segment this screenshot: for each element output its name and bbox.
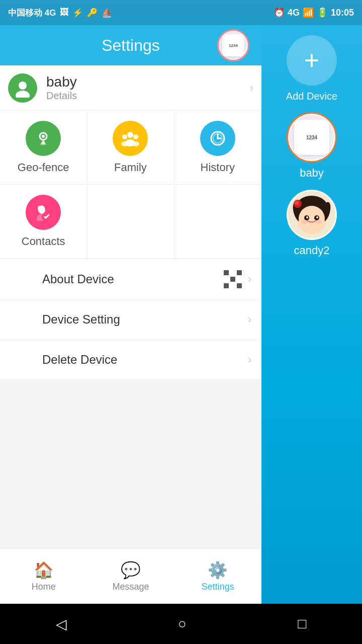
svg-point-28 xyxy=(316,220,322,224)
svg-point-5 xyxy=(127,132,133,138)
svg-point-1 xyxy=(16,91,30,98)
baby-device-avatar: 1234 xyxy=(287,112,337,163)
signal-bars: 📶 xyxy=(303,7,314,18)
menu-item-contacts[interactable]: Contacts xyxy=(0,185,87,259)
nav-item-message[interactable]: 💬 Message xyxy=(87,555,174,597)
device-item-baby[interactable]: 1234 baby xyxy=(287,112,337,180)
family-label: Family xyxy=(114,161,147,174)
android-nav-bar: ◁ ○ □ xyxy=(0,604,362,644)
contacts-label: Contacts xyxy=(22,235,65,248)
qr-icon xyxy=(224,270,242,288)
baby-device-label: baby xyxy=(300,167,324,180)
svg-point-27 xyxy=(302,220,308,224)
signal-4g: 4G xyxy=(288,8,300,18)
candy2-avatar-face xyxy=(288,191,335,238)
history-icon xyxy=(200,121,235,156)
menu-item-empty-2 xyxy=(174,185,261,259)
svg-point-4 xyxy=(42,142,45,145)
settings-header: Settings 1234 xyxy=(0,25,261,65)
back-button[interactable]: ◁ xyxy=(41,611,82,637)
delete-device-arrow: › xyxy=(248,353,251,366)
device-item-candy2[interactable]: candy2 xyxy=(287,190,337,257)
bottom-nav: 🏠 Home 💬 Message ⚙️ Settings xyxy=(0,548,261,604)
svg-point-13 xyxy=(217,137,219,139)
user-row-arrow: › xyxy=(250,82,253,95)
plus-icon: + xyxy=(304,47,319,73)
device-setting-row[interactable]: Device Setting › xyxy=(0,299,261,340)
menu-grid: Geo-fence Family xyxy=(0,111,261,259)
message-icon: 💬 xyxy=(121,560,141,580)
home-label: Home xyxy=(32,582,56,592)
status-left: 中国移动 4G 🖼 ⚡ 🔑 ⛵ xyxy=(8,7,112,19)
alarm-icon: ⏰ xyxy=(274,7,285,18)
carrier-text: 中国移动 4G xyxy=(8,7,56,19)
about-device-label: About Device xyxy=(42,272,224,286)
recents-button[interactable]: □ xyxy=(283,611,321,637)
status-right: ⏰ 4G 📶 🔋 10:05 xyxy=(274,7,354,18)
candy2-device-avatar xyxy=(287,190,337,240)
delete-device-row[interactable]: Delete Device › xyxy=(0,340,261,380)
svg-point-20 xyxy=(299,206,325,232)
right-sidebar: + Add Device 1234 baby xyxy=(261,25,362,604)
delete-device-icon xyxy=(10,347,35,372)
usb-icon: ⚡ xyxy=(72,8,83,18)
status-bar: 中国移动 4G 🖼 ⚡ 🔑 ⛵ ⏰ 4G 📶 🔋 10:05 xyxy=(0,0,362,25)
contacts-icon-circle xyxy=(26,195,61,230)
add-device-label: Add Device xyxy=(286,91,337,102)
history-label: History xyxy=(201,161,235,174)
svg-point-24 xyxy=(316,216,318,218)
user-name: baby xyxy=(46,74,250,90)
user-row[interactable]: baby Details › xyxy=(0,65,261,111)
nav-item-home[interactable]: 🏠 Home xyxy=(0,555,87,597)
time-display: 10:05 xyxy=(331,8,354,18)
settings-icon: ⚙️ xyxy=(208,560,228,580)
menu-item-empty-1 xyxy=(87,185,174,259)
device-setting-label: Device Setting xyxy=(42,312,248,327)
geo-fence-icon xyxy=(26,121,61,156)
family-icon xyxy=(113,121,148,156)
svg-point-0 xyxy=(19,82,27,90)
message-label: Message xyxy=(112,582,149,592)
svg-point-23 xyxy=(306,216,308,218)
device-setting-icon xyxy=(10,307,35,332)
svg-point-9 xyxy=(133,134,138,139)
photo-icon: 🖼 xyxy=(60,8,68,18)
user-info: baby Details xyxy=(46,74,250,102)
battery-icon: 🔋 xyxy=(317,7,328,18)
menu-item-geo-fence[interactable]: Geo-fence xyxy=(0,111,87,185)
candy2-device-label: candy2 xyxy=(294,244,330,257)
settings-label: Settings xyxy=(202,582,234,592)
about-device-row[interactable]: About Device › xyxy=(0,259,261,299)
header-device-avatar[interactable]: 1234 xyxy=(217,29,249,61)
menu-item-family[interactable]: Family xyxy=(87,111,174,185)
svg-point-26 xyxy=(295,201,299,205)
svg-point-10 xyxy=(132,141,139,146)
device-setting-arrow: › xyxy=(248,313,251,326)
settings-panel: Settings 1234 baby Details › xyxy=(0,25,261,604)
home-icon: 🏠 xyxy=(34,560,54,580)
about-device-arrow: › xyxy=(248,273,251,286)
settings-title: Settings xyxy=(44,36,217,55)
nav-icon: ⛵ xyxy=(102,8,112,18)
user-details-text: Details xyxy=(46,90,250,102)
menu-item-history[interactable]: History xyxy=(174,111,261,185)
about-device-right: › xyxy=(224,270,251,288)
user-avatar xyxy=(8,73,37,103)
delete-device-label: Delete Device xyxy=(42,353,248,367)
nav-item-settings[interactable]: ⚙️ Settings xyxy=(174,555,261,597)
about-device-icon xyxy=(10,267,35,292)
key-icon: 🔑 xyxy=(87,8,98,18)
geo-fence-label: Geo-fence xyxy=(18,161,69,174)
add-circle: + xyxy=(287,35,337,86)
svg-point-3 xyxy=(42,135,45,138)
home-button[interactable]: ○ xyxy=(163,611,202,637)
svg-point-8 xyxy=(121,141,128,146)
svg-point-7 xyxy=(122,134,127,139)
add-device-button[interactable]: + Add Device xyxy=(286,35,337,102)
